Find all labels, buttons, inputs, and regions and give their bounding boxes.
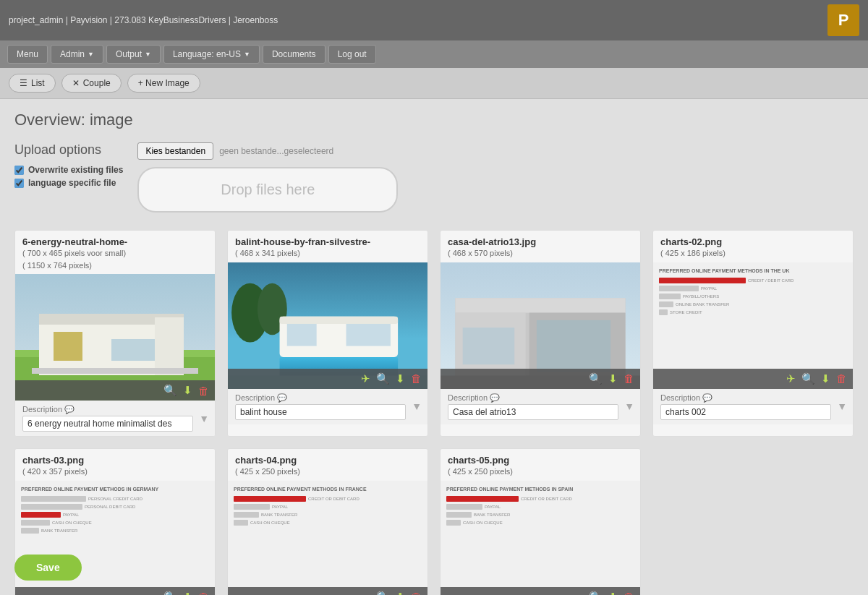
desc-label-4: Description 💬	[660, 393, 846, 403]
card-footer-4: Description 💬 charts 002 ▼	[653, 389, 853, 424]
delete-icon-2[interactable]: 🗑	[411, 372, 422, 385]
card-title-3: casa-del-atrio13.jpg	[448, 236, 633, 247]
toolbar: ☰ List ✕ Couple + New Image	[0, 68, 868, 99]
nav-output[interactable]: Output ▼	[106, 45, 161, 64]
bar-label-6-3: BANK TRANSFER	[261, 513, 297, 517]
download-icon-7[interactable]: ⬇	[608, 591, 618, 596]
delete-icon-7[interactable]: 🗑	[624, 591, 634, 595]
send-icon-4[interactable]: ✈	[786, 372, 796, 385]
zoom-icon-7[interactable]: 🔍	[589, 591, 603, 596]
chevron-2: ▼	[412, 401, 422, 412]
bar-5-1	[21, 496, 86, 502]
download-icon-3[interactable]: ⬇	[608, 372, 618, 385]
bar-label-5-1: PERSONAL CREDIT CARD	[88, 497, 142, 501]
chart-bar-7-4: CASH ON CHEQUE	[446, 520, 634, 526]
chart-bar-4-5: STORE CREDIT	[659, 309, 847, 315]
bar-5-2	[21, 504, 82, 510]
svg-rect-8	[32, 368, 198, 374]
bar-5-3	[21, 512, 61, 518]
download-icon-1[interactable]: ⬇	[183, 384, 192, 397]
chart-6: PREFERRED ONLINE PAYMENT METHODS IN FRAN…	[228, 481, 427, 596]
bar-7-4	[446, 520, 461, 526]
card-meta-7a: ( 425 x 250 pixels)	[448, 466, 633, 478]
card-header-2: balint-house-by-fran-silvestre- ( 468 x …	[228, 231, 427, 262]
new-image-label: + New Image	[138, 78, 190, 88]
image-card-3: casa-del-atrio13.jpg ( 468 x 570 pixels)	[440, 230, 641, 437]
nav-logout[interactable]: Log out	[328, 45, 376, 64]
chart-bar-4-4: ONLINE BANK TRANSFER	[659, 301, 847, 307]
zoom-icon-1[interactable]: 🔍	[163, 384, 177, 397]
zoom-icon-6[interactable]: 🔍	[376, 591, 390, 596]
bar-6-2	[234, 504, 270, 510]
svg-rect-23	[463, 328, 515, 364]
card-actions-7: 🔍 ⬇ 🗑	[441, 587, 640, 596]
list-label: List	[31, 78, 45, 88]
bar-label-4-5: STORE CREDIT	[670, 310, 702, 314]
nav-documents[interactable]: Documents	[263, 45, 326, 64]
card-footer-1: Description 💬 6 energy neutral home mini…	[15, 401, 215, 436]
image-card-1: 6-energy-neutral-home- ( 700 x 465 pixel…	[14, 230, 216, 437]
couple-button[interactable]: ✕ Couple	[61, 74, 122, 93]
card-image-wrap-3: 🔍 ⬇ 🗑	[441, 262, 640, 389]
list-button[interactable]: ☰ List	[9, 74, 56, 93]
delete-icon-6[interactable]: 🗑	[411, 591, 422, 595]
bar-7-2	[446, 504, 482, 510]
checkboxes: Overwrite existing files language specif…	[14, 165, 123, 188]
page-content: Overview: image Upload options Overwrite…	[0, 99, 868, 595]
send-icon-2[interactable]: ✈	[361, 372, 370, 385]
chart-bar-6-1: CREDIT OR DEBIT CARD	[234, 496, 422, 502]
chart-bar-4-3: PAYBILL/OTHERS	[659, 294, 847, 299]
save-button[interactable]: Save	[14, 555, 82, 581]
zoom-icon-2[interactable]: 🔍	[376, 372, 390, 385]
delete-icon-1[interactable]: 🗑	[198, 385, 209, 397]
chart-bar-7-3: BANK TRANSFER	[446, 512, 634, 518]
chart-bar-7-1: CREDIT OR DEBIT CARD	[446, 496, 634, 502]
chart-bar-5-3: PAYPAL	[21, 512, 209, 518]
overwrite-label: Overwrite existing files	[28, 165, 123, 175]
delete-icon-4[interactable]: 🗑	[836, 372, 847, 385]
new-image-button[interactable]: + New Image	[127, 74, 200, 93]
nav-menu[interactable]: Menu	[7, 45, 48, 64]
card-meta-4a: ( 425 x 186 pixels)	[660, 247, 846, 260]
delete-icon-3[interactable]: 🗑	[624, 372, 634, 385]
bar-7-3	[446, 512, 472, 518]
chart-bar-4-1: CREDIT / DEBIT CARD	[659, 278, 847, 283]
chart-bar-6-2: PAYPAL	[234, 504, 422, 510]
zoom-icon-3[interactable]: 🔍	[589, 372, 603, 385]
card-title-4: charts-02.png	[660, 236, 846, 247]
bar-label-6-4: CASH ON CHEQUE	[250, 521, 290, 525]
bar-5-5	[21, 528, 39, 534]
card-title-5: charts-03.png	[22, 455, 208, 466]
download-icon-5[interactable]: ⬇	[183, 591, 192, 596]
image-grid: 6-energy-neutral-home- ( 700 x 465 pixel…	[14, 230, 854, 595]
nav-admin[interactable]: Admin ▼	[51, 45, 103, 64]
nav-language[interactable]: Language: en-US ▼	[163, 45, 260, 64]
image-card-4: charts-02.png ( 425 x 186 pixels) PREFER…	[652, 230, 854, 437]
zoom-icon-4[interactable]: 🔍	[801, 372, 815, 385]
bar-label-4-4: ONLINE BANK TRANSFER	[676, 302, 729, 307]
chart-bar-5-1: PERSONAL CREDIT CARD	[21, 496, 209, 502]
download-icon-6[interactable]: ⬇	[396, 591, 405, 596]
card-title-6: charts-04.png	[235, 455, 420, 466]
download-icon-4[interactable]: ⬇	[821, 372, 830, 385]
drop-zone[interactable]: Drop files here	[137, 167, 398, 213]
bar-label-4-3: PAYBILL/OTHERS	[683, 294, 719, 299]
bar-label-5-2: PERSONAL DEBIT CARD	[85, 505, 135, 509]
card-header-6: charts-04.png ( 425 x 250 pixels)	[228, 449, 427, 481]
card-header-7: charts-05.png ( 425 x 250 pixels)	[441, 449, 640, 481]
navbar: Menu Admin ▼ Output ▼ Language: en-US ▼ …	[0, 40, 868, 68]
card-meta-5a: ( 420 x 357 pixels)	[22, 466, 208, 478]
zoom-icon-5[interactable]: 🔍	[163, 591, 177, 596]
card-meta-6a: ( 425 x 250 pixels)	[235, 466, 420, 478]
kies-bestanden-button[interactable]: Kies bestanden	[137, 142, 213, 160]
delete-icon-5[interactable]: 🗑	[198, 591, 209, 595]
language-checkbox[interactable]	[14, 179, 24, 188]
bar-label-7-2: PAYPAL	[485, 505, 501, 509]
card-actions-6: 🔍 ⬇ 🗑	[228, 587, 427, 596]
upload-label: Upload options Overwrite existing files …	[14, 142, 123, 191]
page-title: Overview: image	[14, 111, 854, 129]
bar-label-5-4: CASH ON CHEQUE	[52, 521, 92, 525]
overwrite-checkbox[interactable]	[14, 166, 24, 175]
chart-title-7: PREFERRED ONLINE PAYMENT METHODS IN SPAI…	[446, 487, 634, 492]
download-icon-2[interactable]: ⬇	[396, 372, 405, 385]
